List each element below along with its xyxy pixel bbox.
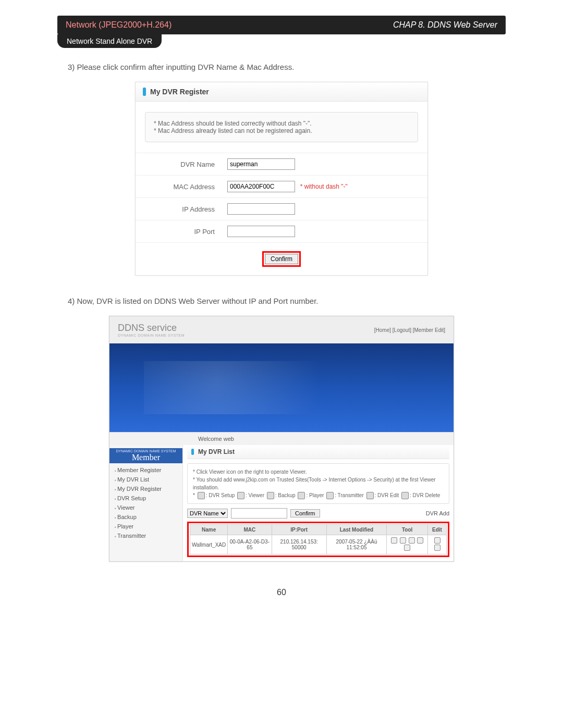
- sidebar-item-player[interactable]: Player: [109, 522, 182, 531]
- legend-icon: [267, 492, 274, 499]
- col-tool: Tool: [387, 525, 428, 535]
- ddns-logo-sub: DYNAMIC DOMAIN NAME SYSTEM: [118, 334, 185, 337]
- link-member-edit[interactable]: [Member Edit]: [413, 327, 445, 333]
- legend-icon: [198, 492, 205, 499]
- header-chapter: CHAP 8. DDNS Web Server: [393, 16, 497, 34]
- legend-icon: [401, 492, 409, 499]
- ddns-service-screenshot: DDNS service DYNAMIC DOMAIN NAME SYSTEM …: [109, 316, 454, 562]
- legend-line-1: * Click Viewer icon on the right to oper…: [193, 468, 444, 476]
- link-home[interactable]: [Home]: [374, 327, 391, 333]
- header-links: [Home] [Logout] [Member Edit]: [374, 327, 445, 333]
- label-dvr-name: DVR Name: [136, 153, 221, 176]
- col-ipport: IP:Port: [272, 525, 326, 535]
- title-accent-bar: [143, 88, 146, 96]
- instruction-step-3: 3) Please click confirm after inputting …: [68, 63, 495, 71]
- side-nav: DYNAMIC DOMAIN NAME SYSTEM Member Member…: [109, 445, 183, 561]
- dvr-register-title: My DVR Register: [136, 82, 427, 102]
- side-nav-header-small: DYNAMIC DOMAIN NAME SYSTEM: [109, 449, 182, 453]
- sidebar-item-member-register[interactable]: Member Register: [109, 465, 182, 475]
- sidebar-item-my-dvr-list[interactable]: My DVR List: [109, 475, 182, 484]
- tool-viewer-icon[interactable]: [400, 537, 406, 544]
- tool-setup-icon[interactable]: [391, 537, 397, 544]
- tool-player-icon[interactable]: [417, 537, 423, 544]
- page-number: 60: [57, 588, 506, 597]
- mac-address-input[interactable]: [227, 181, 295, 192]
- header-subtitle-pill: Network Stand Alone DVR: [57, 34, 162, 48]
- dvr-table-highlight: Name MAC IP:Port Last Modified Tool Edit…: [187, 522, 449, 557]
- legend-icon: [366, 492, 374, 499]
- dvr-name-input[interactable]: [227, 158, 295, 170]
- tool-backup-icon[interactable]: [409, 537, 415, 544]
- side-nav-header-title: Member: [109, 453, 182, 462]
- confirm-button[interactable]: Confirm: [265, 254, 298, 264]
- col-edit: Edit: [428, 525, 447, 535]
- dvr-edit-icon[interactable]: [434, 537, 440, 544]
- label-mac-address: MAC Address: [136, 176, 221, 198]
- ddns-logo-title: DDNS service: [118, 323, 185, 334]
- label-ip-address: IP Address: [136, 198, 221, 220]
- search-confirm-button[interactable]: Confirm: [290, 509, 320, 517]
- sidebar-item-viewer[interactable]: Viewer: [109, 503, 182, 512]
- ip-port-input[interactable]: [227, 226, 295, 237]
- mac-hint: * without dash "-": [300, 183, 348, 190]
- legend-line-2: * You should add www.j2kip.com on Truste…: [193, 476, 444, 491]
- dvr-search-row: DVR Name Confirm DVR Add: [187, 508, 449, 519]
- search-by-select[interactable]: DVR Name: [187, 509, 228, 518]
- table-row: Wallmart_XAD 00-0A-A2-06-D3-65 210.126.1…: [190, 535, 447, 554]
- side-nav-header: DYNAMIC DOMAIN NAME SYSTEM Member: [109, 448, 182, 463]
- register-note-box: * Mac Address should be listed correctly…: [145, 112, 418, 142]
- ddns-logo: DDNS service DYNAMIC DOMAIN NAME SYSTEM: [118, 323, 185, 337]
- cell-edit: [428, 535, 447, 554]
- legend-icon: [237, 492, 244, 499]
- link-logout[interactable]: [Logout]: [393, 327, 411, 333]
- dvr-register-panel: My DVR Register * Mac Address should be …: [135, 82, 428, 276]
- hero-banner: [109, 343, 454, 432]
- legend-line-3: * : DVR Setup : Viewer : Backup : Player…: [193, 491, 444, 499]
- dvr-register-title-text: My DVR Register: [150, 88, 209, 96]
- register-note-1: * Mac Address should be listed correctly…: [154, 120, 409, 127]
- sidebar-item-dvr-setup[interactable]: DVR Setup: [109, 493, 182, 503]
- dvr-table: Name MAC IP:Port Last Modified Tool Edit…: [190, 524, 447, 554]
- cell-name: Wallmart_XAD: [190, 535, 228, 554]
- dvr-list-title-text: My DVR List: [198, 448, 235, 455]
- search-term-input[interactable]: [231, 508, 287, 519]
- legend-icon: [326, 492, 334, 499]
- ip-address-input[interactable]: [227, 203, 295, 215]
- page-header: Network (JPEG2000+H.264) CHAP 8. DDNS We…: [57, 16, 506, 47]
- sidebar-item-backup[interactable]: Backup: [109, 512, 182, 522]
- legend-icon: [298, 492, 305, 499]
- cell-tool: [387, 535, 428, 554]
- dvr-list-legend: * Click Viewer icon on the right to oper…: [187, 463, 449, 504]
- sidebar-item-my-dvr-register[interactable]: My DVR Register: [109, 484, 182, 493]
- title-accent-bar: [191, 449, 194, 455]
- instruction-step-4: 4) Now, DVR is listed on DDNS Web Server…: [68, 297, 495, 305]
- dvr-add-link[interactable]: DVR Add: [426, 510, 449, 516]
- cell-ipport[interactable]: 210.126.14.153: 50000: [272, 535, 326, 554]
- sidebar-item-transmitter[interactable]: Transmitter: [109, 531, 182, 540]
- col-name: Name: [190, 525, 228, 535]
- header-title-left: Network (JPEG2000+H.264): [66, 16, 172, 34]
- cell-last-modified: 2007-05-22 ¿ÀÀü 11:52:05: [326, 535, 386, 554]
- label-ip-port: IP Port: [136, 220, 221, 243]
- col-last-modified: Last Modified: [326, 525, 386, 535]
- register-note-2: * Mac Address already listed can not be …: [154, 127, 409, 134]
- dvr-list-title: My DVR List: [187, 445, 449, 459]
- welcome-bar: Welcome web: [109, 432, 454, 445]
- tool-transmitter-icon[interactable]: [404, 545, 410, 551]
- col-mac: MAC: [228, 525, 272, 535]
- cell-mac[interactable]: 00-0A-A2-06-D3-65: [228, 535, 272, 554]
- confirm-highlight: Confirm: [262, 251, 301, 267]
- dvr-delete-icon[interactable]: [434, 545, 440, 551]
